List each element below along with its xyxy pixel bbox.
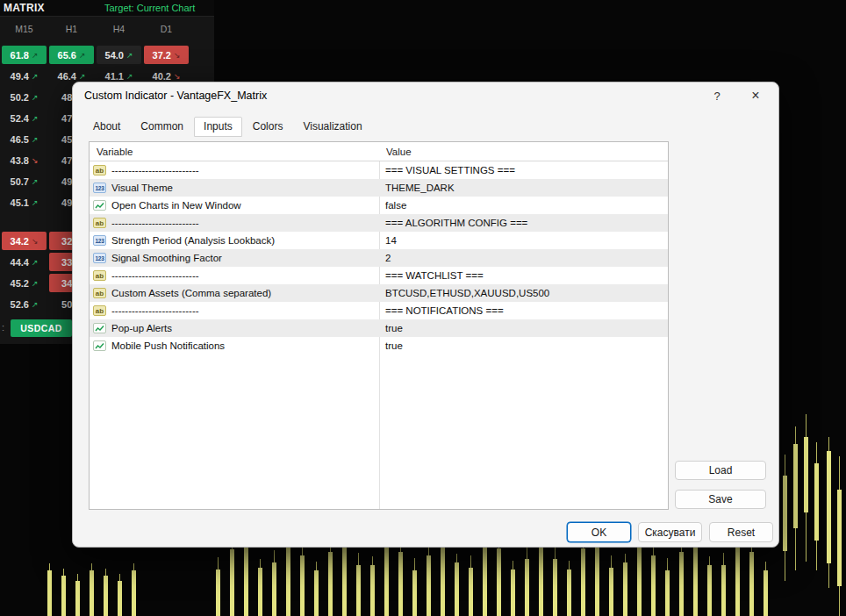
matrix-cell[interactable]: 54.0↗ bbox=[97, 46, 141, 64]
matrix-cell-value: 37.2 bbox=[153, 50, 171, 61]
matrix-cell[interactable]: 34.2↘ bbox=[2, 232, 47, 250]
tab-common[interactable]: Common bbox=[131, 117, 193, 137]
matrix-cell[interactable]: 52.4↗ bbox=[2, 109, 47, 127]
candle-body bbox=[581, 548, 585, 616]
input-row[interactable]: abCustom Assets (Comma separated)BTCUSD,… bbox=[90, 284, 668, 302]
matrix-cell[interactable]: 45.1↗ bbox=[2, 193, 47, 211]
matrix-cell[interactable]: 45.2↗ bbox=[2, 274, 47, 292]
candlestick bbox=[721, 553, 726, 616]
matrix-cell-value: 45 bbox=[61, 134, 72, 145]
save-button[interactable]: Save bbox=[675, 490, 766, 509]
param-value[interactable]: 2 bbox=[379, 253, 668, 263]
up-arrow-icon: ↗ bbox=[32, 258, 39, 267]
tab-visualization[interactable]: Visualization bbox=[293, 117, 371, 137]
matrix-cell[interactable]: 52.6↗ bbox=[2, 295, 47, 313]
candle-body bbox=[132, 570, 136, 616]
candle-body bbox=[300, 555, 305, 616]
string-param-icon: ab bbox=[93, 288, 106, 298]
input-row[interactable]: Open Charts in New Windowfalse bbox=[90, 197, 668, 214]
input-row[interactable]: 123Signal Smoothing Factor2 bbox=[90, 249, 668, 267]
matrix-cell-value: 47 bbox=[61, 113, 72, 124]
string-param-icon: ab bbox=[93, 270, 106, 281]
matrix-cell-value: 34 bbox=[61, 278, 72, 289]
integer-param-icon: 123 bbox=[93, 183, 106, 193]
candlestick bbox=[272, 550, 276, 616]
candlestick bbox=[61, 569, 66, 616]
candlestick bbox=[814, 442, 819, 570]
param-value[interactable]: THEME_DARK bbox=[379, 183, 668, 193]
param-variable: Signal Smoothing Factor bbox=[111, 253, 379, 263]
cancel-button[interactable]: Скасувати bbox=[638, 522, 702, 542]
candle-body bbox=[412, 570, 417, 616]
reset-button[interactable]: Reset bbox=[709, 522, 773, 542]
input-row[interactable]: ab--------------------------=== WATCHLIS… bbox=[90, 267, 668, 284]
param-value[interactable]: true bbox=[379, 323, 668, 333]
matrix-cell[interactable]: 43.8↘ bbox=[2, 151, 47, 169]
matrix-cell[interactable]: 49.4↗ bbox=[2, 67, 47, 85]
input-row[interactable]: Mobile Push Notificationstrue bbox=[90, 337, 668, 355]
candlestick bbox=[230, 541, 234, 616]
symbol-badge[interactable]: USDCAD bbox=[11, 319, 72, 337]
close-icon[interactable]: × bbox=[743, 84, 768, 107]
candlestick bbox=[118, 574, 122, 616]
candle-body bbox=[384, 544, 389, 616]
candle-body bbox=[342, 544, 347, 616]
load-button[interactable]: Load bbox=[675, 461, 766, 480]
param-value[interactable]: === WATCHLIST === bbox=[379, 270, 668, 281]
help-button[interactable]: ? bbox=[705, 84, 729, 107]
candle-body bbox=[370, 565, 375, 616]
ok-button[interactable]: OK bbox=[567, 522, 631, 542]
candle-body bbox=[721, 565, 726, 616]
candle-body bbox=[707, 565, 712, 616]
matrix-cell-value: 34.2 bbox=[11, 236, 29, 247]
candle-body bbox=[441, 542, 445, 616]
up-arrow-icon: ↗ bbox=[32, 135, 39, 144]
inputs-table-body: ab--------------------------=== VISUAL S… bbox=[90, 161, 668, 355]
matrix-cell[interactable]: 50.2↗ bbox=[2, 88, 47, 106]
matrix-cell[interactable]: 44.4↗ bbox=[2, 253, 47, 271]
matrix-cell-value: 33 bbox=[61, 257, 72, 268]
candle-body bbox=[749, 552, 754, 616]
candlestick bbox=[511, 561, 515, 616]
candlestick bbox=[258, 559, 262, 616]
candlestick bbox=[356, 553, 361, 616]
candlestick bbox=[679, 543, 684, 616]
param-value[interactable]: true bbox=[379, 340, 668, 351]
matrix-cell[interactable]: 61.8↗ bbox=[2, 46, 47, 64]
candle-body bbox=[328, 552, 333, 616]
tab-colors[interactable]: Colors bbox=[243, 117, 293, 137]
param-value[interactable]: === ALGORITHM CONFIG === bbox=[379, 218, 668, 228]
candle-body bbox=[398, 552, 403, 616]
integer-param-icon: 123 bbox=[93, 235, 106, 246]
input-row[interactable]: ab--------------------------=== ALGORITH… bbox=[90, 214, 668, 232]
input-row[interactable]: 123Visual ThemeTHEME_DARK bbox=[90, 179, 668, 197]
input-row[interactable]: ab--------------------------=== NOTIFICA… bbox=[90, 302, 668, 319]
candle-body bbox=[104, 576, 108, 616]
candlestick bbox=[370, 556, 375, 616]
candlestick bbox=[827, 437, 831, 588]
candle-body bbox=[609, 568, 613, 616]
up-arrow-icon: ↗ bbox=[32, 300, 39, 309]
candlestick bbox=[749, 540, 754, 616]
param-value[interactable]: 14 bbox=[379, 235, 668, 246]
tab-about[interactable]: About bbox=[83, 117, 130, 137]
value-column-header: Value bbox=[379, 147, 668, 157]
string-param-icon: ab bbox=[93, 305, 106, 316]
matrix-cell[interactable]: 46.5↗ bbox=[2, 130, 47, 148]
param-value[interactable]: === NOTIFICATIONS === bbox=[379, 305, 668, 316]
input-row[interactable]: Pop-up Alertstrue bbox=[90, 319, 668, 337]
candle-body bbox=[90, 570, 94, 616]
param-value[interactable]: === VISUAL SETTINGS === bbox=[379, 165, 668, 175]
input-row[interactable]: ab--------------------------=== VISUAL S… bbox=[90, 161, 668, 179]
candle-body bbox=[75, 581, 80, 616]
timeframe-h4: H4 bbox=[97, 24, 141, 34]
matrix-cell[interactable]: 65.6↗ bbox=[49, 46, 94, 64]
input-row[interactable]: 123Strength Period (Analysis Lookback)14 bbox=[90, 232, 668, 249]
matrix-cell[interactable]: 50.7↗ bbox=[2, 172, 47, 190]
tab-inputs[interactable]: Inputs bbox=[194, 117, 242, 137]
param-value[interactable]: BTCUSD,ETHUSD,XAUUSD,US500 bbox=[379, 288, 668, 298]
candlestick bbox=[455, 554, 459, 616]
matrix-cell[interactable]: 37.2↘ bbox=[144, 46, 189, 64]
param-value[interactable]: false bbox=[379, 200, 668, 211]
candlestick bbox=[132, 563, 136, 616]
